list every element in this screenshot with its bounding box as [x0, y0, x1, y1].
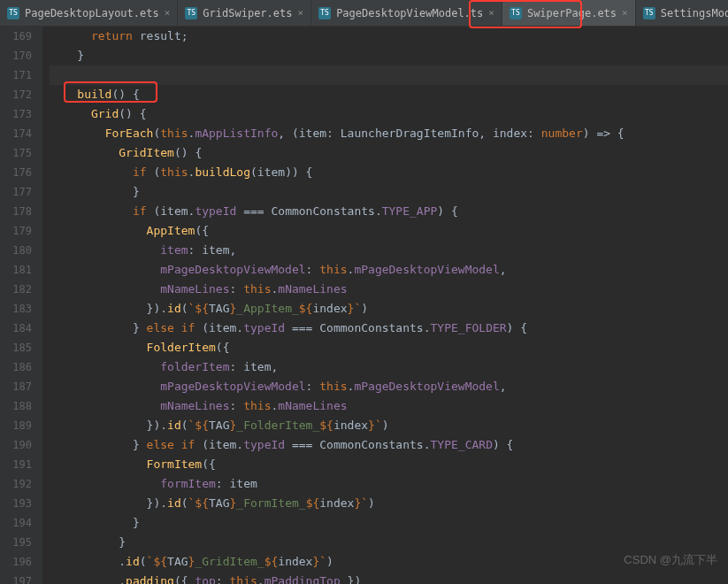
line-number: 178 [0, 202, 32, 221]
tab-pagedesktopviewmodel[interactable]: TS PageDesktopViewModel.ts × [311, 0, 502, 26]
tab-label: GridSwiper.ets [203, 7, 292, 19]
tab-label: PageDesktopLayout.ets [25, 7, 159, 19]
line-number: 183 [0, 299, 32, 319]
line-number: 186 [0, 357, 32, 377]
code-line[interactable]: ForEach(this.mAppListInfo, (item: Launch… [50, 124, 728, 143]
code-line[interactable]: } [50, 533, 728, 552]
tab-settingsmodel[interactable]: TS SettingsModel.ts × [636, 0, 728, 26]
editor-tabs: TS PageDesktopLayout.ets × TS GridSwiper… [0, 0, 728, 27]
code-line[interactable]: mNameLines: this.mNameLines [50, 396, 728, 416]
line-number: 179 [0, 221, 32, 241]
tab-label: SwiperPage.ets [527, 7, 617, 19]
line-number: 197 [0, 572, 32, 584]
code-line[interactable]: } else if (item.typeId === CommonConstan… [50, 435, 728, 455]
file-icon: TS [318, 7, 331, 19]
line-number: 170 [0, 46, 32, 65]
line-number: 192 [0, 474, 32, 494]
line-number: 194 [0, 513, 32, 533]
code-editor[interactable]: 1691701711721731741751761771781791801811… [0, 27, 728, 584]
line-number: 172 [0, 85, 32, 104]
code-line[interactable]: FolderItem({ [50, 338, 728, 357]
line-number: 177 [0, 182, 32, 202]
code-line[interactable]: formItem: item [50, 474, 728, 494]
code-line[interactable] [50, 65, 728, 85]
line-number: 182 [0, 280, 32, 299]
line-number: 190 [0, 435, 32, 455]
code-line[interactable]: }).id(`${TAG}_AppItem_${index}`) [50, 299, 728, 319]
code-line[interactable]: item: item, [50, 241, 728, 260]
tab-gridswiper[interactable]: TS GridSwiper.ets × [178, 0, 311, 26]
line-number: 180 [0, 241, 32, 260]
tab-label: SettingsModel.ts [661, 7, 728, 19]
code-line[interactable]: } [50, 182, 728, 202]
tab-swiperpage[interactable]: TS SwiperPage.ets × [502, 0, 636, 26]
line-number: 169 [0, 27, 32, 46]
file-icon: TS [7, 7, 19, 19]
code-area[interactable]: return result; } build() { Grid() { ForE… [42, 27, 728, 584]
code-line[interactable]: mPageDesktopViewModel: this.mPageDesktop… [50, 260, 728, 280]
tab-label: PageDesktopViewModel.ts [336, 7, 483, 19]
line-number: 174 [0, 124, 32, 143]
code-line[interactable]: folderItem: item, [50, 357, 728, 377]
code-line[interactable]: mPageDesktopViewModel: this.mPageDesktop… [50, 377, 728, 396]
line-number: 187 [0, 377, 32, 396]
close-icon[interactable]: × [488, 7, 494, 19]
line-number: 171 [0, 65, 32, 85]
code-line[interactable]: .padding({ top: this.mPaddingTop }) [50, 572, 728, 584]
line-number: 173 [0, 104, 32, 124]
code-line[interactable]: if (item.typeId === CommonConstants.TYPE… [50, 202, 728, 221]
code-line[interactable]: mNameLines: this.mNameLines [50, 280, 728, 299]
code-line[interactable]: Grid() { [50, 104, 728, 124]
code-line[interactable]: }).id(`${TAG}_FolderItem_${index}`) [50, 416, 728, 435]
code-line[interactable]: return result; [50, 27, 728, 46]
close-icon[interactable]: × [165, 7, 171, 19]
tab-pagedesktoplayout[interactable]: TS PageDesktopLayout.ets × [0, 0, 178, 26]
code-line[interactable]: } [50, 513, 728, 533]
close-icon[interactable]: × [622, 7, 628, 19]
line-number: 181 [0, 260, 32, 280]
code-line[interactable]: } else if (item.typeId === CommonConstan… [50, 319, 728, 338]
line-number: 189 [0, 416, 32, 435]
line-number: 176 [0, 163, 32, 182]
file-icon: TS [643, 7, 655, 19]
line-number: 191 [0, 455, 32, 474]
line-number: 193 [0, 494, 32, 513]
line-gutter: 1691701711721731741751761771781791801811… [0, 27, 42, 584]
close-icon[interactable]: × [298, 7, 304, 19]
code-line[interactable]: AppItem({ [50, 221, 728, 241]
line-number: 195 [0, 533, 32, 552]
code-line[interactable]: } [50, 46, 728, 65]
code-line[interactable]: GridItem() { [50, 143, 728, 163]
file-icon: TS [185, 7, 197, 19]
watermark: CSDN @九流下半 [624, 552, 717, 568]
line-number: 175 [0, 143, 32, 163]
line-number: 188 [0, 396, 32, 416]
code-line[interactable]: }).id(`${TAG}_FormItem_${index}`) [50, 494, 728, 513]
code-line[interactable]: FormItem({ [50, 455, 728, 474]
code-line[interactable]: build() { [50, 85, 728, 104]
code-line[interactable]: if (this.buildLog(item)) { [50, 163, 728, 182]
line-number: 184 [0, 319, 32, 338]
file-icon: TS [510, 7, 522, 19]
line-number: 196 [0, 552, 32, 572]
line-number: 185 [0, 338, 32, 357]
